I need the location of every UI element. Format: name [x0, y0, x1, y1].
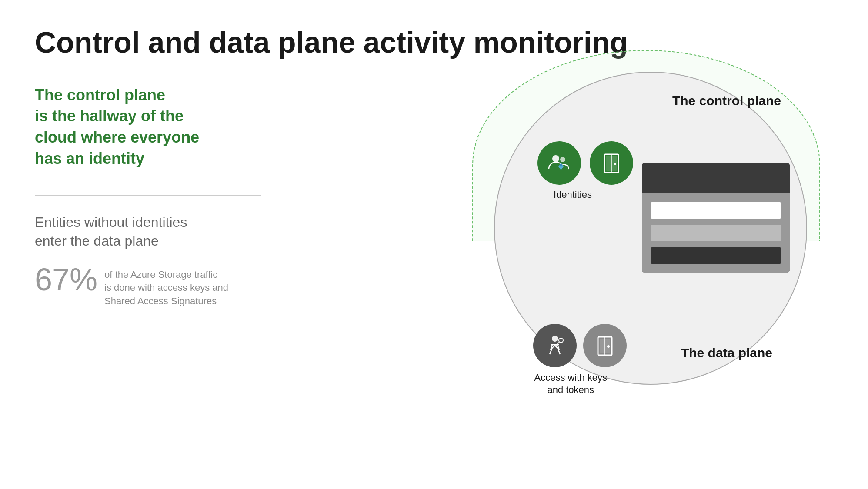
resource-bar-white: [651, 202, 781, 219]
page: Control and data plane activity monitori…: [0, 0, 868, 489]
access-label-line1: Access with keys: [534, 372, 608, 383]
key-access-icon: [542, 333, 568, 359]
resource-card-body: [642, 193, 790, 273]
left-panel: The control plane is the hallway of the …: [35, 85, 261, 432]
page-title: Control and data plane activity monitori…: [35, 26, 833, 59]
data-plane-label: The data plane: [681, 346, 772, 360]
door-icon-gray: [592, 333, 618, 359]
sub-heading-line1: Entities without identities: [35, 214, 187, 230]
green-line3: cloud where everyone: [35, 128, 199, 146]
svg-point-6: [614, 163, 616, 165]
green-text: The control plane is the hallway of the …: [35, 85, 261, 169]
identities-label: Identities: [554, 189, 592, 200]
svg-point-0: [552, 155, 559, 162]
diagram-area: The control plane The data plane: [261, 85, 833, 432]
green-line2: is the hallway of the: [35, 107, 184, 125]
resource-card-header: [642, 163, 790, 193]
resource-card: [642, 163, 790, 273]
control-plane-label: The control plane: [672, 93, 781, 108]
green-line4: has an identity: [35, 150, 144, 167]
stat-desc-line3: Shared Access Signatures: [104, 296, 217, 306]
access-keys-circle: [533, 324, 577, 367]
gray-text-block: Entities without identities enter the da…: [35, 213, 261, 308]
door-icon-green: [598, 150, 624, 176]
stat-number: 67%: [35, 264, 97, 295]
access-keys-label: Access with keys and tokens: [534, 372, 608, 396]
stat-row: 67% of the Azure Storage traffic is done…: [35, 264, 261, 308]
svg-point-1: [560, 157, 565, 162]
resource-bar-dark: [651, 247, 781, 264]
control-door-circle: [590, 141, 633, 185]
content-area: The control plane is the hallway of the …: [35, 85, 833, 432]
green-line1: The control plane: [35, 86, 165, 104]
svg-point-8: [552, 336, 558, 342]
identities-icon-circle: [537, 141, 581, 185]
resource-bar-gray: [651, 225, 781, 241]
stat-desc-line2: is done with access keys and: [104, 282, 228, 293]
stat-desc: of the Azure Storage traffic is done wit…: [104, 264, 228, 308]
svg-point-12: [607, 345, 610, 348]
access-label-line2: and tokens: [547, 384, 594, 395]
stat-desc-line1: of the Azure Storage traffic: [104, 269, 217, 280]
identities-icon: [546, 150, 572, 176]
green-text-block: The control plane is the hallway of the …: [35, 85, 261, 169]
sub-heading-line2: enter the data plane: [35, 233, 159, 249]
sub-heading: Entities without identities enter the da…: [35, 213, 261, 250]
data-door-circle: [583, 324, 627, 367]
svg-point-9: [559, 338, 563, 343]
horizontal-divider: [35, 195, 261, 196]
